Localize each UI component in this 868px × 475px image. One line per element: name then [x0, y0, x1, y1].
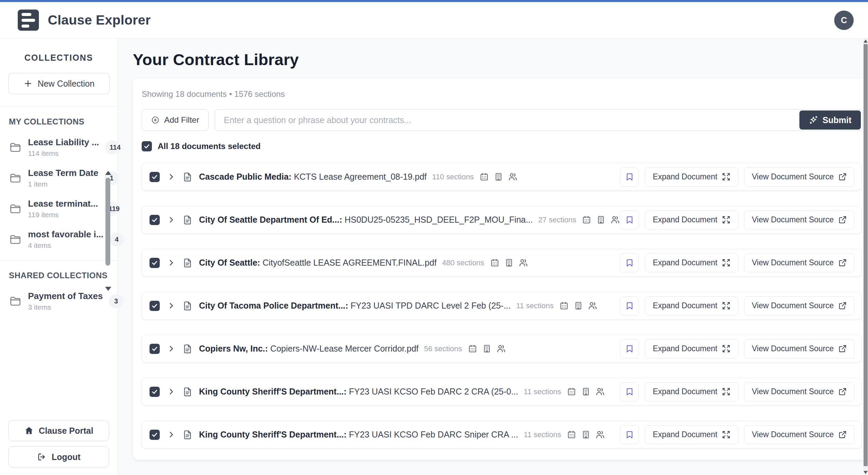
bookmark-button[interactable] [620, 296, 639, 315]
chevron-right-icon[interactable] [167, 258, 176, 267]
users-icon [596, 430, 605, 439]
add-filter-button[interactable]: Add Filter [142, 109, 209, 131]
users-icon [596, 387, 605, 396]
page-scrollbar[interactable] [863, 39, 868, 475]
query-bar: Add Filter Submit [142, 109, 868, 131]
view-document-source-button[interactable]: View Document Source [744, 339, 855, 358]
document-checkbox[interactable] [150, 387, 160, 397]
folder-icon [9, 295, 22, 308]
bookmark-button[interactable] [620, 210, 639, 229]
building-icon [482, 344, 492, 353]
bookmark-button[interactable] [620, 253, 639, 272]
sidebar-scrollbar[interactable] [105, 171, 111, 291]
scroll-up-arrow-icon[interactable] [105, 171, 111, 175]
document-actions: Expand Document View Document Source [620, 425, 854, 444]
view-document-source-button[interactable]: View Document Source [744, 382, 855, 401]
document-meta-icons [567, 387, 605, 396]
scrollbar-thumb[interactable] [105, 178, 110, 266]
scroll-up-arrow-icon[interactable] [864, 40, 868, 43]
expand-document-label: Expand Document [653, 301, 717, 310]
document-checkbox[interactable] [150, 301, 160, 311]
document-title: City Of Seattle Department Of Ed...: HS0… [199, 215, 533, 225]
expand-document-button[interactable]: Expand Document [645, 382, 738, 401]
collection-name: Lease Term Date [28, 168, 98, 178]
external-link-icon [838, 387, 847, 396]
user-avatar[interactable]: C [834, 11, 854, 30]
check-icon [151, 388, 158, 396]
query-input[interactable] [215, 109, 863, 131]
view-document-source-button[interactable]: View Document Source [744, 210, 855, 229]
sidebar-divider [0, 106, 117, 107]
select-all-row[interactable]: All 18 documents selected [142, 141, 868, 151]
scrollbar-thumb[interactable] [864, 44, 868, 466]
bookmark-button[interactable] [620, 339, 639, 358]
chevron-right-icon[interactable] [167, 430, 176, 439]
document-row: Cascade Public Media: KCTS Lease Agreeme… [142, 163, 862, 191]
document-row: City Of Seattle Department Of Ed...: HS0… [142, 206, 862, 234]
expand-document-button[interactable]: Expand Document [645, 339, 738, 358]
expand-document-label: Expand Document [653, 215, 717, 224]
logout-button[interactable]: Logout [8, 446, 109, 467]
scroll-down-arrow-icon[interactable] [864, 471, 868, 474]
chevron-right-icon[interactable] [167, 387, 176, 396]
bookmark-icon [625, 215, 634, 224]
external-link-icon [838, 430, 847, 439]
document-meta-icons [490, 258, 528, 267]
new-collection-button[interactable]: New Collection [8, 73, 110, 94]
expand-document-button[interactable]: Expand Document [645, 167, 738, 187]
expand-document-button[interactable]: Expand Document [645, 425, 738, 444]
chevron-right-icon[interactable] [167, 172, 176, 181]
submit-button[interactable]: Submit [799, 110, 861, 130]
view-document-source-button[interactable]: View Document Source [744, 253, 855, 272]
sidebar-collection-item[interactable]: Lease Liability ... 114 items 114 [9, 132, 96, 163]
document-title: Cascade Public Media: KCTS Lease Agreeme… [199, 172, 427, 182]
document-checkbox[interactable] [150, 430, 160, 440]
users-icon [508, 172, 517, 181]
my-collections-header: MY COLLECTIONS [9, 117, 117, 127]
view-document-source-button[interactable]: View Document Source [744, 425, 855, 444]
chevron-right-icon[interactable] [167, 215, 176, 224]
bookmark-icon [625, 387, 634, 396]
view-document-source-label: View Document Source [752, 258, 834, 267]
document-checkbox[interactable] [150, 172, 160, 182]
view-document-source-label: View Document Source [752, 215, 834, 224]
scroll-down-arrow-icon[interactable] [105, 287, 111, 291]
bookmark-button[interactable] [620, 382, 639, 401]
bookmark-icon [625, 301, 634, 310]
chevron-right-icon[interactable] [167, 301, 176, 310]
view-document-source-button[interactable]: View Document Source [744, 296, 855, 315]
select-all-checkbox[interactable] [142, 141, 152, 151]
bookmark-button[interactable] [620, 167, 639, 187]
calendar-icon [567, 387, 576, 396]
view-document-source-label: View Document Source [752, 387, 834, 396]
clause-portal-button[interactable]: Clause Portal [8, 420, 109, 441]
folder-icon [9, 202, 22, 215]
document-sections-count: 11 sections [516, 301, 554, 310]
document-meta-icons [559, 301, 597, 310]
document-checkbox[interactable] [150, 258, 160, 268]
document-title-filename: FY23 UASI KCSO Feb DARC Sniper CRA ... [346, 430, 518, 439]
calendar-icon [480, 172, 489, 181]
expand-document-button[interactable]: Expand Document [645, 296, 738, 315]
app-window: Clause Explorer C COLLECTIONS New Collec… [0, 0, 868, 475]
file-text-icon [183, 258, 193, 268]
sidebar-collection-item[interactable]: Lease terminat... 119 items 119 [9, 193, 96, 224]
sidebar-collection-item[interactable]: Lease Term Date 1 item 1 [9, 163, 96, 193]
document-checkbox[interactable] [150, 215, 160, 225]
document-checkbox[interactable] [150, 344, 160, 354]
document-title-party: King County Sheriff'S Department...: [199, 387, 346, 396]
sidebar-collection-item[interactable]: Payment of Taxes 3 items 3 [9, 286, 104, 316]
document-row: King County Sheriff'S Department...: FY2… [142, 421, 862, 448]
expand-document-button[interactable]: Expand Document [645, 253, 738, 272]
check-icon [151, 173, 158, 181]
document-title-filename: HS0DU25-05235_HSD_DEEL_F2P_MOU_Fina... [342, 215, 533, 224]
expand-document-button[interactable]: Expand Document [645, 210, 738, 229]
library-card: Showing 18 documents • 1576 sections Add… [133, 78, 868, 460]
check-icon [151, 259, 158, 267]
document-meta-icons [468, 344, 506, 353]
bookmark-button[interactable] [620, 425, 639, 444]
chevron-right-icon[interactable] [167, 344, 176, 353]
view-document-source-button[interactable]: View Document Source [744, 167, 855, 187]
sidebar-collection-item[interactable]: most favorable i... 4 items 4 [9, 224, 96, 255]
users-icon [519, 258, 528, 267]
